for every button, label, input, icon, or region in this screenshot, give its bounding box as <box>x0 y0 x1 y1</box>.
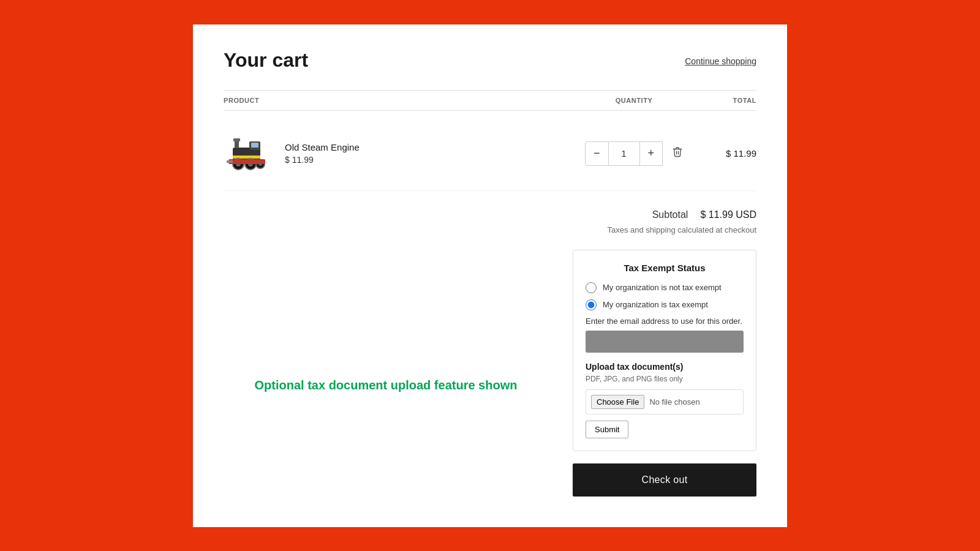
col-quantity-header: QUANTITY <box>585 97 683 104</box>
radio-is-exempt-input[interactable] <box>586 299 597 310</box>
subtotal-row: Subtotal $ 11.99 USD <box>224 209 756 220</box>
email-instruction: Enter the email address to use for this … <box>586 317 744 326</box>
radio-is-exempt-label: My organization is tax exempt <box>603 300 708 309</box>
tax-note: Taxes and shipping calculated at checkou… <box>224 225 756 234</box>
product-details: Old Steam Engine $ 11.99 <box>285 142 360 165</box>
svg-rect-12 <box>228 159 265 164</box>
col-total-header: TOTAL <box>683 97 756 104</box>
upload-note: PDF, JPG, and PNG files only <box>586 375 744 383</box>
main-content-area: Optional tax document upload feature sho… <box>224 250 756 497</box>
svg-rect-4 <box>251 143 258 148</box>
quantity-control: − + <box>585 141 683 166</box>
tax-exempt-title: Tax Exempt Status <box>586 263 744 273</box>
svg-rect-5 <box>233 156 260 159</box>
radio-not-exempt-input[interactable] <box>586 282 597 293</box>
item-total: $ 11.99 <box>683 148 756 159</box>
increase-quantity-button[interactable]: + <box>639 141 663 166</box>
email-input[interactable] <box>586 331 744 353</box>
table-header: PRODUCT QUANTITY TOTAL <box>224 90 756 111</box>
file-upload-row: Choose File No file chosen <box>586 389 744 414</box>
radio-not-exempt[interactable]: My organization is not tax exempt <box>586 282 744 293</box>
right-section: Tax Exempt Status My organization is not… <box>573 250 756 497</box>
tax-exempt-box: Tax Exempt Status My organization is not… <box>573 250 756 451</box>
svg-rect-3 <box>233 138 240 141</box>
radio-is-exempt[interactable]: My organization is tax exempt <box>586 299 744 310</box>
radio-not-exempt-label: My organization is not tax exempt <box>603 283 722 292</box>
submit-button[interactable]: Submit <box>586 421 628 438</box>
delete-item-button[interactable] <box>672 146 683 160</box>
decrease-quantity-button[interactable]: − <box>585 141 609 166</box>
product-info: Old Steam Engine $ 11.99 <box>224 129 585 178</box>
svg-rect-13 <box>227 160 233 163</box>
table-row: Old Steam Engine $ 11.99 − + $ 11.99 <box>224 117 756 191</box>
upload-title: Upload tax document(s) <box>586 362 744 372</box>
page-title: Your cart <box>224 49 308 72</box>
continue-shopping-link[interactable]: Continue shopping <box>685 56 756 66</box>
choose-file-button[interactable]: Choose File <box>591 395 644 409</box>
subtotal-value: $ 11.99 USD <box>700 209 756 220</box>
subtotal-label: Subtotal <box>652 209 688 220</box>
checkout-button[interactable]: Check out <box>573 463 756 497</box>
cart-summary: Subtotal $ 11.99 USD Taxes and shipping … <box>224 209 756 234</box>
cart-container: Your cart Continue shopping PRODUCT QUAN… <box>193 24 787 527</box>
no-file-text: No file chosen <box>649 397 699 407</box>
left-section: Optional tax document upload feature sho… <box>224 250 548 497</box>
product-image <box>224 129 273 178</box>
product-name: Old Steam Engine <box>285 142 360 152</box>
optional-feature-text: Optional tax document upload feature sho… <box>255 378 518 392</box>
cart-header: Your cart Continue shopping <box>224 49 756 72</box>
product-price: $ 11.99 <box>285 155 360 165</box>
quantity-input[interactable] <box>609 141 639 166</box>
col-product-header: PRODUCT <box>224 97 585 104</box>
